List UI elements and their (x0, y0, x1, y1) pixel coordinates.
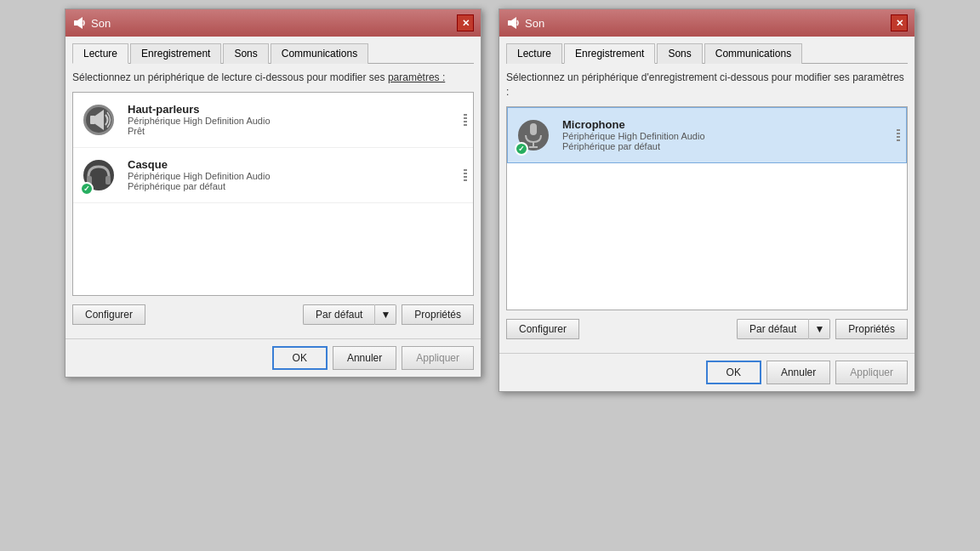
device-info-mic: Microphone Périphérique High Definition … (562, 118, 896, 151)
tab-lecture-2[interactable]: Lecture (506, 43, 562, 64)
dialog-body-2: Lecture Enregistrement Sons Communicatio… (499, 37, 914, 353)
dialog-body-1: Lecture Enregistrement Sons Communicatio… (66, 37, 481, 338)
configurer-button-1[interactable]: Configurer (72, 304, 145, 325)
par-defaut-group-2: Par défaut ▼ Propriétés (737, 319, 908, 339)
device-info-casque: Casque Périphérique High Definition Audi… (128, 158, 463, 191)
device-info-speaker: Haut-parleurs Périphérique High Definiti… (128, 103, 463, 136)
device-driver-casque: Périphérique High Definition Audio (128, 171, 463, 181)
svg-rect-4 (90, 116, 95, 124)
speaker-svg (82, 103, 116, 137)
device-driver-speaker: Périphérique High Definition Audio (128, 116, 463, 126)
default-badge-casque: ✓ (80, 182, 94, 196)
title-bar-1: Son ✕ (66, 9, 481, 37)
device-name-casque: Casque (128, 158, 463, 171)
par-defaut-arrow-1[interactable]: ▼ (374, 304, 396, 325)
tab-bar-1: Lecture Enregistrement Sons Communicatio… (72, 43, 474, 64)
device-haut-parleurs[interactable]: Haut-parleurs Périphérique High Definiti… (73, 93, 473, 148)
par-defaut-arrow-2[interactable]: ▼ (808, 319, 830, 339)
ok-button-1[interactable]: OK (272, 346, 328, 370)
description-1: Sélectionnez un périphérique de lecture … (72, 71, 474, 85)
device-icon-mic: ✓ (513, 115, 554, 156)
par-defaut-group-1: Par défaut ▼ Propriétés (303, 304, 474, 325)
annuler-button-1[interactable]: Annuler (333, 346, 396, 370)
device-microphone[interactable]: ✓ Microphone Périphérique High Definitio… (507, 107, 907, 163)
dialog-footer-1: OK Annuler Appliquer (66, 338, 481, 377)
scrollbar-speaker (463, 112, 468, 128)
svg-rect-8 (105, 176, 111, 185)
proprietes-button-1[interactable]: Propriétés (402, 304, 474, 325)
configurer-button-2[interactable]: Configurer (506, 319, 579, 339)
sound-icon-1 (72, 16, 86, 30)
bottom-buttons-2: Configurer Par défaut ▼ Propriétés (506, 319, 908, 339)
tab-bar-2: Lecture Enregistrement Sons Communicatio… (506, 43, 908, 64)
sound-icon-2 (506, 16, 520, 30)
par-defaut-button-1[interactable]: Par défaut (303, 304, 374, 325)
appliquer-button-1[interactable]: Appliquer (402, 346, 474, 370)
tab-lecture-1[interactable]: Lecture (72, 43, 128, 64)
device-icon-headphone: ✓ (78, 155, 119, 196)
svg-rect-9 (508, 20, 511, 26)
appliquer-button-2[interactable]: Appliquer (835, 361, 908, 384)
svg-rect-0 (74, 20, 77, 26)
tab-communications-1[interactable]: Communications (271, 43, 368, 64)
tab-enregistrement-1[interactable]: Enregistrement (130, 43, 221, 64)
device-status-speaker: Prêt (128, 126, 463, 136)
device-name-speaker: Haut-parleurs (128, 103, 463, 116)
device-driver-mic: Périphérique High Definition Audio (562, 131, 896, 141)
title-bar-title-1: Son (91, 17, 111, 30)
device-icon-speaker (78, 99, 119, 140)
bottom-buttons-1: Configurer Par défaut ▼ Propriétés (72, 304, 474, 325)
dialog-window-1: Son ✕ Lecture Enregistrement Sons Commun… (65, 9, 481, 378)
title-bar-left-2: Son (506, 16, 544, 30)
dialog-footer-2: OK Annuler Appliquer (499, 353, 914, 391)
devices-list-2: ✓ Microphone Périphérique High Definitio… (506, 106, 908, 310)
tab-sons-1[interactable]: Sons (223, 43, 268, 64)
tab-sons-2[interactable]: Sons (657, 43, 702, 64)
ok-button-2[interactable]: OK (706, 361, 761, 384)
title-bar-title-2: Son (525, 17, 544, 30)
svg-rect-12 (530, 123, 537, 135)
scrollbar-mic (896, 128, 901, 143)
device-status-casque: Périphérique par défaut (128, 181, 463, 191)
device-casque[interactable]: ✓ Casque Périphérique High Definition Au… (73, 148, 473, 203)
default-badge-mic: ✓ (515, 142, 528, 156)
title-bar-left-1: Son (72, 16, 111, 30)
close-button-1[interactable]: ✕ (457, 14, 474, 31)
scrollbar-casque (463, 168, 468, 183)
devices-list-1: Haut-parleurs Périphérique High Definiti… (72, 92, 474, 296)
dialog-window-2: Son ✕ Lecture Enregistrement Sons Commun… (499, 9, 915, 392)
close-button-2[interactable]: ✕ (891, 14, 908, 31)
tab-communications-2[interactable]: Communications (704, 43, 802, 64)
par-defaut-button-2[interactable]: Par défaut (737, 319, 808, 339)
description-2: Sélectionnez un périphérique d'enregistr… (506, 71, 908, 99)
svg-marker-1 (77, 17, 83, 29)
device-status-mic: Périphérique par défaut (562, 141, 896, 151)
title-bar-2: Son ✕ (499, 9, 914, 37)
proprietes-button-2[interactable]: Propriétés (835, 319, 908, 339)
annuler-button-2[interactable]: Annuler (766, 361, 830, 384)
tab-enregistrement-2[interactable]: Enregistrement (564, 43, 655, 64)
device-name-mic: Microphone (562, 118, 896, 131)
svg-marker-10 (511, 17, 516, 29)
